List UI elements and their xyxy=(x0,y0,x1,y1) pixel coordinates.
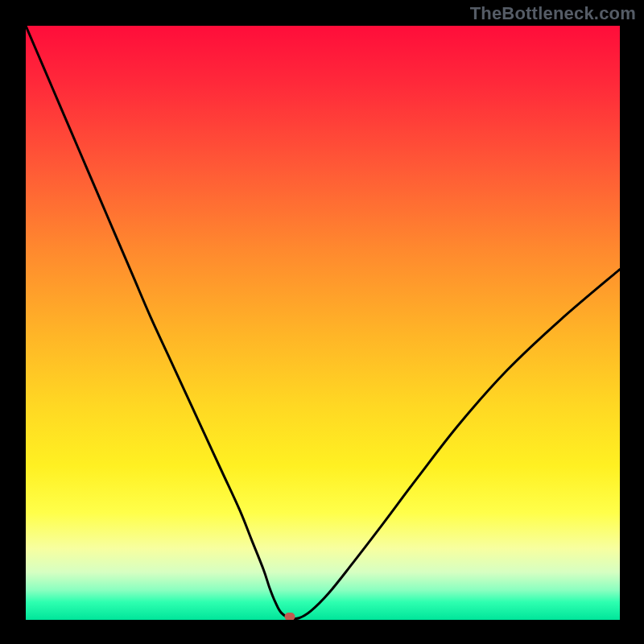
curve-layer xyxy=(26,26,620,620)
plot-area xyxy=(26,26,620,620)
chart-frame: TheBottleneck.com xyxy=(0,0,644,644)
bottleneck-curve xyxy=(26,26,620,619)
optimal-marker xyxy=(285,613,295,620)
watermark-text: TheBottleneck.com xyxy=(470,3,636,24)
